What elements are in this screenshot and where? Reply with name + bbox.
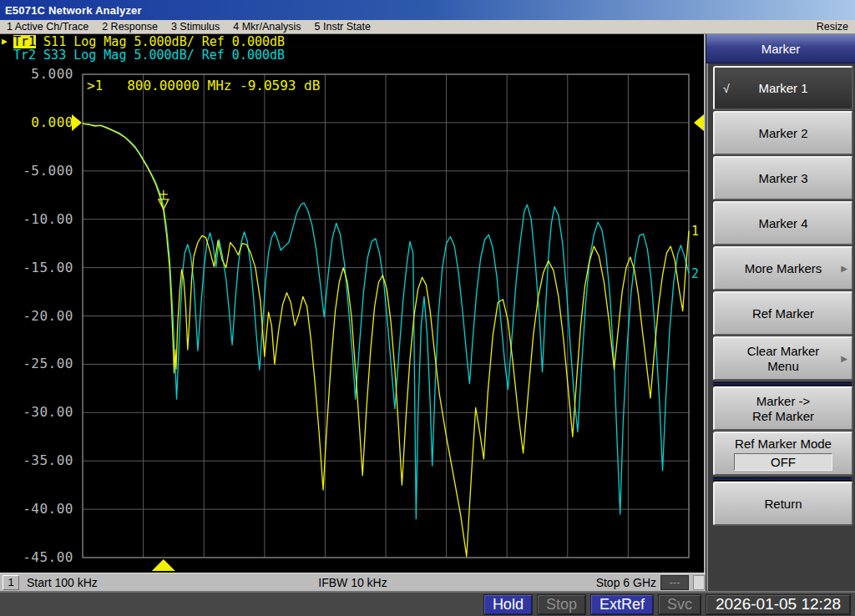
- resize-button[interactable]: Resize: [817, 21, 848, 33]
- submenu-arrow-icon: ▶: [841, 351, 847, 366]
- channel-status-strip: 1 Start 100 kHz IFBW 10 kHz Stop 6 GHz -…: [0, 573, 706, 591]
- trace-id: Tr2: [13, 48, 36, 62]
- menu-bar: 1 Active Ch/Trace2 Response3 Stimulus4 M…: [0, 20, 855, 34]
- menu-item-2-response[interactable]: 2 Response: [102, 21, 158, 33]
- y-axis-tick-label: -15.00: [23, 260, 73, 275]
- softkey-menu-title: Marker: [706, 34, 855, 63]
- softkey-marker-4[interactable]: Marker 4: [713, 201, 853, 245]
- active-trace-arrow-icon: ▶: [2, 35, 13, 48]
- checkmark-icon: √: [723, 81, 730, 96]
- submenu-arrow-icon: ▶: [841, 261, 847, 276]
- trace-legend-row-tr2[interactable]: Tr2S33 Log Mag 5.000dB/ Ref 0.000dB: [2, 48, 285, 62]
- main-content: 5.0000.000-5.000-10.00-15.00-20.00-25.00…: [0, 34, 855, 591]
- softkey-ref-marker[interactable]: Ref Marker: [713, 291, 853, 336]
- softkey-separator: [713, 382, 852, 386]
- y-axis-tick-label: -20.00: [23, 308, 73, 324]
- status-strip-right: Stop 6 GHz ---: [596, 575, 705, 590]
- softkey-label: Clear Marker Menu: [747, 344, 820, 374]
- menu-item-5-instr-state[interactable]: 5 Instr State: [315, 21, 371, 33]
- softkey-label: Marker 4: [758, 216, 807, 231]
- y-axis-tick-label: -10.00: [23, 211, 73, 227]
- trace-legend: ▶Tr1S11 Log Mag 5.000dB/ Ref 0.000dBTr2S…: [2, 35, 285, 62]
- stop-frequency-label: Stop 6 GHz: [596, 576, 656, 589]
- ref-level-triangle-left: [72, 114, 82, 131]
- trace-parameters: S33 Log Mag 5.000dB/ Ref 0.000dB: [43, 48, 285, 62]
- menu-item-4-mkr-analysis[interactable]: 4 Mkr/Analysis: [233, 21, 301, 33]
- y-axis-tick-label: -30.00: [23, 404, 73, 420]
- softkey-marker-1[interactable]: √Marker 1: [713, 66, 853, 110]
- softkey-more-markers[interactable]: More Markers▶: [713, 246, 853, 290]
- start-frequency-label: Start 100 kHz: [27, 576, 98, 589]
- y-axis-tick-label: -5.000: [23, 163, 73, 179]
- analyzer-screen: 5.0000.000-5.000-10.00-15.00-20.00-25.00…: [0, 34, 706, 573]
- window-title: E5071C Network Analyzer: [5, 4, 142, 17]
- softkey-sidebar: Marker √Marker 1Marker 2Marker 3Marker 4…: [706, 34, 855, 591]
- status-indicator-svc[interactable]: Svc: [658, 594, 701, 615]
- menu-item-3-stimulus[interactable]: 3 Stimulus: [171, 21, 220, 33]
- softkey-separator: [713, 477, 852, 481]
- trace-end-label-2: 2: [691, 266, 699, 281]
- trace-id: Tr1: [13, 35, 36, 48]
- menu-items: 1 Active Ch/Trace2 Response3 Stimulus4 M…: [7, 21, 371, 33]
- softkey-return[interactable]: Return: [713, 482, 853, 526]
- measurement-plot: 5.0000.000-5.000-10.00-15.00-20.00-25.00…: [0, 34, 706, 573]
- y-axis-tick-label: 0.000: [31, 114, 73, 130]
- e5071c-application-window: E5071C Network Analyzer 1 Active Ch/Trac…: [0, 0, 855, 616]
- softkey-clear-marker-menu[interactable]: Clear Marker Menu▶: [713, 336, 853, 381]
- y-axis-tick-label: -40.00: [23, 501, 73, 517]
- trace-parameters: S11 Log Mag 5.000dB/ Ref 0.000dB: [43, 35, 285, 48]
- y-axis-tick-label: 5.000: [31, 66, 73, 82]
- status-strip-end-box: [693, 575, 705, 590]
- y-axis-tick-label: -25.00: [23, 356, 73, 371]
- channel-number-box: 1: [3, 575, 19, 590]
- menu-item-1-active-ch-trace[interactable]: 1 Active Ch/Trace: [7, 21, 89, 33]
- softkey-ref-marker-mode[interactable]: Ref Marker ModeOFF: [713, 432, 853, 476]
- y-axis-tick-label: -45.00: [23, 549, 73, 565]
- softkey-label: Ref Marker: [752, 306, 814, 321]
- trace-end-label-1: 1: [691, 224, 699, 239]
- marker-stimulus-triangle: [152, 559, 175, 571]
- status-indicator-stop[interactable]: Stop: [537, 594, 586, 615]
- softkey-label: Marker 2: [758, 126, 807, 141]
- status-indicator-extref[interactable]: ExtRef: [590, 594, 654, 615]
- softkey-marker-3[interactable]: Marker 3: [713, 156, 853, 200]
- softkey-label: Marker -> Ref Marker: [752, 394, 814, 424]
- screen-column: 5.0000.000-5.000-10.00-15.00-20.00-25.00…: [0, 34, 706, 591]
- system-status-bar: HoldStopExtRefSvc2026-01-05 12:28: [0, 591, 855, 616]
- status-indicator-hold[interactable]: Hold: [483, 594, 533, 615]
- softkey-marker-ref-marker[interactable]: Marker -> Ref Marker: [713, 386, 853, 431]
- ref-level-triangle-right: [694, 114, 704, 131]
- softkey-label: Return: [764, 497, 802, 512]
- status-extra-box: ---: [660, 575, 689, 590]
- softkey-marker-2[interactable]: Marker 2: [713, 111, 853, 155]
- trace-legend-row-tr1[interactable]: ▶Tr1S11 Log Mag 5.000dB/ Ref 0.000dB: [2, 35, 285, 48]
- softkey-value-off: OFF: [734, 453, 832, 471]
- title-bar: E5071C Network Analyzer: [0, 0, 855, 20]
- softkey-label: Marker 1: [758, 81, 807, 96]
- softkey-label: Marker 3: [758, 171, 807, 186]
- softkey-label: Ref Marker Mode: [735, 437, 832, 452]
- ifbw-label: IFBW 10 kHz: [318, 576, 387, 589]
- softkey-buttons: √Marker 1Marker 2Marker 3Marker 4More Ma…: [706, 63, 855, 591]
- softkey-label: More Markers: [745, 261, 822, 276]
- marker-readout: >1 800.00000 MHz -9.0593 dB: [87, 78, 320, 93]
- clock-display: 2026-01-05 12:28: [706, 594, 851, 615]
- y-axis-tick-label: -35.00: [23, 452, 73, 468]
